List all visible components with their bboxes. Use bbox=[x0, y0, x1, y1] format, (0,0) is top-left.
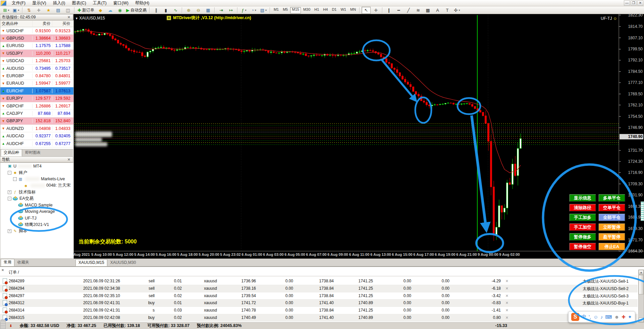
menu-0[interactable]: 文件(F) bbox=[8, 0, 29, 6]
nav-item-ea交易[interactable]: -EA交易 bbox=[0, 195, 73, 202]
nav-item-moving-average[interactable]: Moving Average bbox=[0, 208, 73, 215]
toolbar-autotrading[interactable]: ▶自动交易 bbox=[125, 7, 148, 14]
close-order-icon[interactable]: ✕ bbox=[505, 279, 508, 283]
timeframe-m1[interactable]: M1 bbox=[272, 7, 280, 13]
market-watch-row-audcad[interactable]: ▲AUDCAD0.923770.92405 bbox=[0, 132, 73, 140]
market-watch-row-gbpjpy[interactable]: ▼GBPJPY152.818152.840 bbox=[0, 117, 73, 125]
sogou-icon-6[interactable]: ✚ bbox=[622, 314, 626, 320]
menu-4[interactable]: 工具(T) bbox=[90, 0, 110, 6]
market-watch-row-audchf[interactable]: ▲AUDCHF0.672550.67277 bbox=[0, 140, 73, 147]
sogou-icon-3[interactable]: ♪ bbox=[600, 314, 603, 320]
close-order-icon[interactable]: ✕ bbox=[505, 286, 508, 291]
sogou-icon-2[interactable]: ☺ bbox=[593, 314, 598, 320]
order-row-2684294[interactable]: 26842942021.08.09 02:34:38sell0.02xauusd… bbox=[0, 285, 638, 292]
toolbar-fibonacci[interactable]: ≋ bbox=[414, 7, 423, 14]
menu-5[interactable]: 窗口(W) bbox=[110, 0, 132, 6]
collapse-icon[interactable]: - bbox=[8, 171, 11, 175]
toolbar-text-label[interactable]: T bbox=[443, 7, 452, 14]
toolbar-zoom-out[interactable]: ⊖ bbox=[194, 7, 203, 14]
toolbar-vline[interactable]: ❙ bbox=[384, 7, 393, 14]
ea-button-手工加多[interactable]: 手工加多 bbox=[569, 214, 596, 221]
market-watch-row-audnzd[interactable]: ▼AUDNZD1.048081.04833 bbox=[0, 125, 73, 132]
ea-button-显示信息[interactable]: 显示信息 bbox=[569, 194, 596, 202]
nav-tab-收藏夹[interactable]: 收藏夹 bbox=[14, 259, 32, 266]
toolbar-metaquotes[interactable]: ☁ bbox=[106, 7, 115, 14]
ea-button-暂停做多[interactable]: 暂停做多 bbox=[569, 233, 596, 241]
nav-item-macd-sample[interactable]: MACD Sample bbox=[0, 202, 73, 208]
order-row-2684312[interactable]: 26843122021.08.09 02:41:31buy0.01xauusd1… bbox=[0, 299, 638, 307]
restore-button[interactable]: ❐ bbox=[631, 0, 637, 6]
chart-symbol-label[interactable]: ▼ XAUUSD,M15 bbox=[75, 16, 105, 20]
mw-tab-即时图表[interactable]: 即时图表 bbox=[22, 149, 44, 156]
menu-6[interactable]: 帮助(H) bbox=[132, 0, 153, 6]
market-watch-close-icon[interactable]: ✕ bbox=[66, 15, 71, 19]
ea-button-多单平仓[interactable]: 多单平仓 bbox=[598, 194, 625, 202]
market-watch-row-gbpusd[interactable]: ▼GBPUSD1.386641.38683 bbox=[0, 35, 73, 42]
timeframe-m30[interactable]: M30 bbox=[302, 7, 312, 13]
minimize-button[interactable]: — bbox=[624, 0, 630, 6]
toolbar-data-window[interactable]: ✛ bbox=[34, 7, 43, 14]
toolbar-chart-shift[interactable]: ↦ bbox=[226, 7, 235, 14]
timeframe-d1[interactable]: D1 bbox=[330, 7, 338, 13]
market-watch-row-usdcad[interactable]: ▼USDCAD1.256811.25703 bbox=[0, 57, 73, 65]
ime-mini-bar[interactable] bbox=[641, 201, 644, 221]
sogou-icon-5[interactable]: ☻ bbox=[614, 314, 620, 320]
sogou-icon-0[interactable]: 中 bbox=[582, 314, 586, 320]
toolbar-profiles[interactable]: ▣▾ bbox=[11, 7, 20, 14]
toolbar-bar-chart[interactable]: ∥ bbox=[152, 7, 161, 14]
close-order-icon[interactable]: ✕ bbox=[505, 301, 508, 305]
chart-tab-xauusd-m30[interactable]: XAUUSD,M30 bbox=[107, 259, 139, 266]
market-watch-row-eurchf[interactable]: ▲EURCHF1.075871.07613 bbox=[0, 87, 73, 95]
ea-button-停止EA[interactable]: 停止EA bbox=[598, 243, 625, 250]
toolbar-templates[interactable]: ▧▾ bbox=[259, 7, 268, 14]
toolbar-candle-chart[interactable]: ▮ bbox=[161, 7, 170, 14]
market-watch-row-usdjpy[interactable]: ▼USDJPY110.200110.217 bbox=[0, 50, 73, 57]
ea-button-立即暂停[interactable]: 立即暂停 bbox=[598, 223, 625, 231]
sogou-icon-1[interactable]: ’, bbox=[589, 314, 591, 320]
mtdriver-plus-button[interactable]: + bbox=[167, 16, 171, 20]
order-row-2684315[interactable]: 26843152021.08.09 02:42:08buy0.02xauusd1… bbox=[0, 314, 638, 322]
ea-button-全部平仓[interactable]: 全部平仓 bbox=[598, 214, 625, 221]
order-row-2684297[interactable]: 26842972021.08.09 02:35:10sell0.02xauusd… bbox=[0, 292, 638, 300]
nav-item-脚本[interactable]: +✎脚本 bbox=[0, 228, 73, 234]
market-watch-row-eurgbp[interactable]: ▼EURGBP0.847800.84801 bbox=[0, 72, 73, 80]
timeframe-m15[interactable]: M15 bbox=[290, 7, 301, 13]
nav-item-uf-tj[interactable]: UF-TJ bbox=[0, 215, 73, 221]
navigator-close-icon[interactable]: ✕ bbox=[66, 157, 71, 162]
chart-tab-xauusd-m15[interactable]: XAUUSD,M15 bbox=[75, 259, 107, 266]
ea-button-手工加空[interactable]: 手工加空 bbox=[569, 223, 596, 231]
sogou-ime-bar[interactable]: S 中’,☺♪⌨☻✚✦ bbox=[568, 311, 635, 323]
toolbar-auto-scroll[interactable]: ⇥ bbox=[217, 7, 226, 14]
toolbar-tile-windows[interactable]: ▦ bbox=[204, 7, 213, 14]
toolbar-favorites[interactable]: ★ bbox=[44, 7, 53, 14]
menu-2[interactable]: 插入(I) bbox=[50, 0, 69, 6]
toolbar-periods[interactable]: ◔▾ bbox=[249, 7, 258, 14]
collapse-icon[interactable]: - bbox=[8, 197, 11, 200]
market-watch-row-usdchf[interactable]: ▼USDCHF0.915000.91523 bbox=[0, 27, 73, 35]
toolbar-new-order[interactable]: ✚新订单 bbox=[76, 7, 95, 14]
terminal-scrollbar[interactable]: ▲ ▼ bbox=[638, 270, 644, 323]
toolbar-metaeditor[interactable]: ◆ bbox=[96, 7, 105, 14]
menu-1[interactable]: 显示(V) bbox=[29, 0, 50, 6]
timeframe-h1[interactable]: H1 bbox=[313, 7, 321, 13]
expand-icon[interactable]: + bbox=[8, 190, 11, 194]
timeframe-h4[interactable]: H4 bbox=[321, 7, 329, 13]
menu-3[interactable]: 图表(C) bbox=[68, 0, 89, 6]
sogou-logo-icon[interactable]: S bbox=[571, 313, 579, 321]
timeframe-w1[interactable]: W1 bbox=[339, 7, 348, 13]
mw-tab-交易品种[interactable]: 交易品种 bbox=[1, 149, 22, 156]
market-watch-row-gbpchf[interactable]: ▼GBPCHF1.268861.26917 bbox=[0, 102, 73, 110]
timeframe-m5[interactable]: M5 bbox=[281, 7, 289, 13]
market-watch-row-cadjpy[interactable]: ▲CADJPY87.66887.694 bbox=[0, 110, 73, 117]
toolbar-new-chart[interactable]: ⊞▾ bbox=[2, 7, 11, 14]
close-order-icon[interactable]: ✕ bbox=[505, 294, 508, 298]
toolbar-hline[interactable]: ━ bbox=[394, 7, 403, 14]
nav-item-技术指标[interactable]: +ƒ技术指标 bbox=[0, 189, 73, 195]
order-row-2684314[interactable]: 26843142021.08.09 02:41:31s0.03xauusd174… bbox=[0, 307, 638, 314]
market-watch-row-euraud[interactable]: ▼EURAUD1.599471.59977 bbox=[0, 80, 73, 87]
market-watch-header[interactable]: 交易品种 卖价 买价 bbox=[0, 20, 73, 27]
ea-button-盈平暂停[interactable]: 盈平暂停 bbox=[598, 233, 625, 241]
nav-item-猎鹰2021-v1[interactable]: 猎鹰2021-V1 bbox=[0, 222, 73, 228]
toolbar-terminal-toggle[interactable]: ◫ bbox=[63, 7, 72, 14]
market-watch-row-eurjpy[interactable]: ▼EURJPY129.577129.592 bbox=[0, 95, 73, 102]
